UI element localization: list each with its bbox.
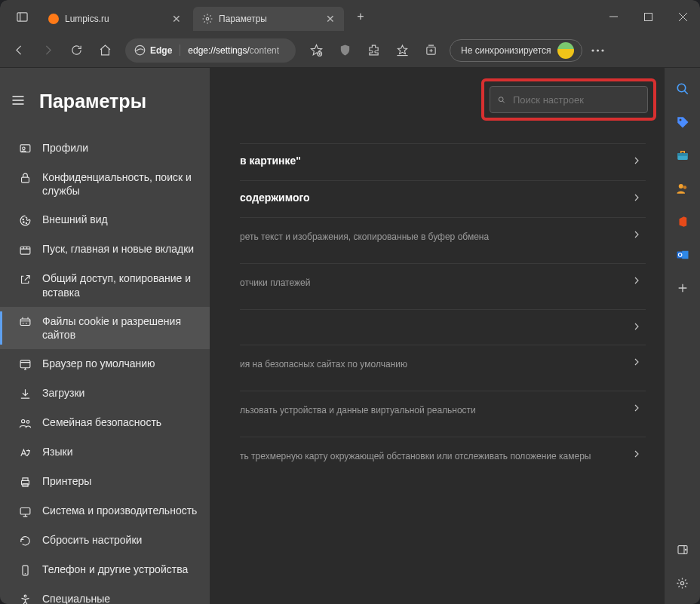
sidebar-item-system[interactable]: Система и производительность <box>0 496 210 526</box>
tab-settings[interactable]: Параметры ✕ <box>193 7 344 31</box>
sidebar-item-cookies[interactable]: Файлы cookie и разрешения сайтов <box>0 307 210 349</box>
rail-office-icon[interactable] <box>675 214 690 229</box>
rail-people-icon[interactable] <box>675 181 690 196</box>
setting-row[interactable]: ть трехмерную карту окружающей обстановк… <box>240 437 646 483</box>
tab-actions-button[interactable] <box>9 4 35 29</box>
svg-rect-21 <box>20 507 30 514</box>
tab-close-icon[interactable]: ✕ <box>326 13 335 25</box>
sidebar-item-accessibility[interactable]: Специальные <box>0 584 210 604</box>
rail-settings-icon[interactable] <box>675 575 690 590</box>
sidebar-item-profiles[interactable]: Профили <box>0 133 210 163</box>
setting-row[interactable]: льзовать устройства и данные виртуальной… <box>240 391 646 437</box>
sidebar-item-downloads[interactable]: Загрузки <box>0 379 210 408</box>
svg-point-6 <box>591 49 594 51</box>
chevron-right-icon <box>632 193 641 202</box>
sidebar-item-privacy[interactable]: Конфиденциальность, поиск и службы <box>0 163 210 205</box>
chevron-right-icon <box>632 357 641 366</box>
rail-panel-icon[interactable] <box>675 542 690 557</box>
sidebar-item-phone[interactable]: Телефон и другие устройства <box>0 555 210 584</box>
tab-close-icon[interactable]: ✕ <box>172 13 181 25</box>
shield-icon[interactable] <box>332 38 358 63</box>
lock-icon <box>18 171 32 185</box>
chevron-right-icon <box>632 322 641 331</box>
url-text: edge://settings/content <box>180 45 287 56</box>
tabs-icon <box>18 243 32 256</box>
svg-point-7 <box>597 49 599 51</box>
back-button[interactable] <box>6 38 32 63</box>
svg-point-14 <box>26 222 26 223</box>
collections-button[interactable] <box>418 38 444 63</box>
extensions-button[interactable] <box>361 38 386 63</box>
svg-point-19 <box>26 420 29 423</box>
sidebar-item-default-browser[interactable]: Браузер по умолчанию <box>0 349 210 379</box>
search-highlight <box>481 78 656 121</box>
system-icon <box>18 504 32 518</box>
address-bar[interactable]: Edge edge://settings/content <box>125 38 296 63</box>
window-close-button[interactable] <box>665 0 700 33</box>
svg-point-13 <box>23 222 23 222</box>
svg-point-26 <box>679 119 681 121</box>
home-button[interactable] <box>92 38 118 63</box>
svg-point-1 <box>206 17 209 20</box>
sidebar-item-printers[interactable]: Принтеры <box>0 467 210 496</box>
hamburger-icon[interactable] <box>11 93 29 111</box>
setting-row[interactable]: ия на безопасных сайтах по умолчанию <box>240 345 646 391</box>
sidebar-item-start[interactable]: Пуск, главная и новые вкладки <box>0 235 210 264</box>
svg-point-10 <box>22 147 25 150</box>
favorite-button[interactable] <box>303 38 329 63</box>
rail-add-button[interactable] <box>675 281 690 296</box>
reset-icon <box>18 534 32 547</box>
rail-tag-icon[interactable] <box>675 115 690 130</box>
sidebar-item-appearance[interactable]: Внешний вид <box>0 205 210 235</box>
svg-point-18 <box>21 419 24 422</box>
settings-search-input[interactable] <box>490 86 648 113</box>
favorites-button[interactable] <box>389 38 415 63</box>
search-icon <box>498 94 505 106</box>
tab-lumpics[interactable]: Lumpics.ru ✕ <box>39 7 190 31</box>
window-maximize-button[interactable] <box>631 0 665 33</box>
sidebar-item-reset[interactable]: Сбросить настройки <box>0 526 210 555</box>
edge-badge: Edge <box>134 44 180 56</box>
svg-point-24 <box>499 97 503 101</box>
setting-row[interactable] <box>240 309 646 345</box>
sidebar-item-family[interactable]: Семейная безопасность <box>0 408 210 437</box>
sync-profile-button[interactable]: Не синхронизируется <box>450 39 582 62</box>
setting-row[interactable]: отчики платежей <box>240 263 646 309</box>
more-button[interactable] <box>585 38 611 63</box>
download-icon <box>18 387 32 400</box>
svg-point-25 <box>677 84 686 92</box>
chevron-right-icon <box>632 230 641 239</box>
share-icon <box>18 272 32 286</box>
palette-icon <box>18 213 32 227</box>
favicon-lumpics <box>48 14 59 24</box>
svg-point-30 <box>683 185 686 189</box>
svg-point-23 <box>24 595 26 597</box>
setting-row[interactable]: в картинке" <box>240 143 646 180</box>
window-minimize-button[interactable] <box>596 0 631 33</box>
svg-point-35 <box>685 549 686 550</box>
svg-rect-0 <box>17 12 26 20</box>
titlebar: Lumpics.ru ✕ Параметры ✕ + <box>0 0 700 33</box>
page-title: Параметры <box>39 90 146 112</box>
rail-briefcase-icon[interactable] <box>675 148 690 163</box>
refresh-button[interactable] <box>63 38 89 63</box>
settings-sidebar: Параметры Профили Конфиденциальность, по… <box>0 68 210 604</box>
svg-point-36 <box>680 581 683 584</box>
avatar <box>557 42 574 59</box>
family-icon <box>18 416 32 430</box>
new-tab-button[interactable]: + <box>350 6 371 27</box>
svg-rect-2 <box>644 13 652 20</box>
language-icon <box>18 446 32 459</box>
sidebar-item-languages[interactable]: Языки <box>0 437 210 467</box>
svg-point-8 <box>601 49 603 51</box>
favicon-settings <box>202 14 213 24</box>
phone-icon <box>18 563 32 577</box>
rail-outlook-icon[interactable] <box>675 247 690 262</box>
forward-button[interactable] <box>35 38 60 63</box>
rail-search-icon[interactable] <box>675 81 690 97</box>
toolbar: Edge edge://settings/content Не синхрони… <box>0 33 700 68</box>
setting-row[interactable]: реть текст и изображения, скопированные … <box>240 217 646 263</box>
sync-label: Не синхронизируется <box>461 45 551 56</box>
sidebar-item-share[interactable]: Общий доступ, копирование и вставка <box>0 264 210 306</box>
setting-row[interactable]: содержимого <box>240 180 646 217</box>
